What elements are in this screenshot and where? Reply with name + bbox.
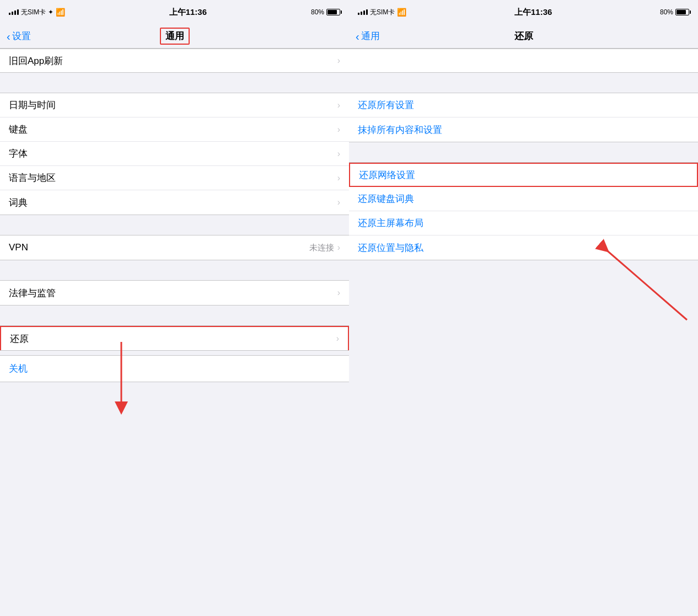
item-label: VPN: [9, 242, 28, 253]
battery-icon: [326, 9, 340, 15]
item-label: 还原键盘词典: [358, 192, 414, 205]
left-back-button[interactable]: ‹ 设置: [7, 30, 31, 42]
right-status-left: 无SIM卡 📶: [358, 8, 406, 17]
left-settings-list: 旧回App刷新 › 日期与时间 › 键盘 › 字体 ›: [0, 49, 349, 616]
settings-section-vpn: VPN 未连接 ›: [0, 235, 349, 260]
chevron-icon: ›: [337, 243, 340, 253]
item-label: 词典: [9, 196, 28, 209]
list-item-reset[interactable]: 还原 ›: [0, 326, 349, 350]
item-label: 还原位置与隐私: [358, 242, 423, 254]
reset-section-1: 还原所有设置 抹掉所有内容和设置: [349, 93, 698, 142]
right-back-button[interactable]: ‹ 通用: [356, 30, 380, 42]
chevron-icon: ›: [337, 173, 340, 183]
left-status-right: 80%: [311, 8, 340, 16]
item-right: ›: [337, 288, 340, 298]
list-item-keyboard[interactable]: 键盘 ›: [0, 117, 349, 142]
list-item-vpn[interactable]: VPN 未连接 ›: [0, 235, 349, 260]
reset-item-erase-all[interactable]: 抹掉所有内容和设置: [349, 117, 698, 142]
right-status-bar: 无SIM卡 📶 上午11:36 80%: [349, 0, 698, 24]
left-status-time: 上午11:36: [169, 7, 207, 18]
right-back-label: 通用: [361, 30, 380, 42]
item-right: 未连接 ›: [309, 243, 340, 253]
spacer-2: [0, 215, 349, 235]
item-label: 法律与监管: [9, 287, 56, 299]
top-empty-section: [349, 49, 698, 73]
battery-icon: [675, 9, 689, 15]
partial-item-label: 旧回App刷新: [9, 55, 63, 67]
reset-section-2: 还原网络设置 还原键盘词典 还原主屏幕布局 还原位置与隐私: [349, 162, 698, 260]
item-label: 还原网络设置: [359, 169, 415, 181]
item-right: ›: [336, 334, 339, 344]
reset-item-location-privacy[interactable]: 还原位置与隐私: [349, 235, 698, 260]
bottom-spacer: [0, 382, 349, 415]
settings-section-legal: 法律与监管 ›: [0, 280, 349, 306]
spacer-r1: [349, 73, 698, 93]
list-item-font[interactable]: 字体 ›: [0, 142, 349, 166]
chevron-icon: ›: [337, 197, 340, 207]
reset-item-keyboard-dict[interactable]: 还原键盘词典: [349, 187, 698, 211]
no-sim-label: 无SIM卡 ✦: [21, 8, 53, 17]
battery-pct: 80%: [311, 8, 324, 16]
list-item-dictionary[interactable]: 词典 ›: [0, 190, 349, 215]
left-phone-panel: 无SIM卡 ✦ 📶 上午11:36 80% ‹ 设置 通用 旧回App刷新 ›: [0, 0, 349, 616]
right-nav-title: 还原: [514, 30, 533, 42]
left-nav-title: 通用: [160, 28, 190, 45]
signal-icon: [358, 9, 368, 15]
list-item-date-time[interactable]: 日期与时间 ›: [0, 93, 349, 117]
list-item-language[interactable]: 语言与地区 ›: [0, 166, 349, 190]
item-label: 还原所有设置: [358, 99, 414, 111]
item-label: 键盘: [9, 123, 28, 136]
wifi-icon: 📶: [56, 8, 65, 17]
right-status-right: 80%: [660, 8, 689, 16]
chevron-icon: ›: [337, 288, 340, 298]
vpn-status: 未连接: [309, 243, 334, 253]
item-label: 日期与时间: [9, 99, 56, 111]
chevron-icon: ›: [336, 334, 339, 344]
item-right: ›: [337, 100, 340, 110]
chevron-icon: ›: [337, 125, 340, 135]
spacer-4: [0, 306, 349, 325]
right-phone-panel: 无SIM卡 📶 上午11:36 80% ‹ 通用 还原 还原所有设置: [349, 0, 698, 616]
partial-item-app-refresh[interactable]: 旧回App刷新 ›: [0, 49, 349, 73]
right-settings-list: 还原所有设置 抹掉所有内容和设置 还原网络设置 还原键盘词典 还原主屏幕布局 还…: [349, 49, 698, 616]
chevron-left-icon: ‹: [7, 31, 10, 42]
shutdown-button[interactable]: 关机: [0, 355, 349, 382]
reset-item-home-screen[interactable]: 还原主屏幕布局: [349, 211, 698, 235]
spacer-3: [0, 260, 349, 280]
list-item-legal[interactable]: 法律与监管 ›: [0, 281, 349, 305]
item-label: 字体: [9, 147, 28, 160]
item-right: ›: [337, 197, 340, 207]
item-label: 还原: [10, 333, 29, 345]
item-label: 还原主屏幕布局: [358, 217, 423, 229]
spacer-1: [0, 73, 349, 93]
reset-item-all-settings[interactable]: 还原所有设置: [349, 93, 698, 117]
right-nav-bar: ‹ 通用 还原: [349, 24, 698, 49]
chevron-left-icon: ‹: [356, 31, 359, 42]
item-right: ›: [337, 149, 340, 159]
item-right: ›: [337, 173, 340, 183]
partial-chevron-icon: ›: [337, 56, 340, 66]
chevron-icon: ›: [337, 100, 340, 110]
battery-pct: 80%: [660, 8, 673, 16]
settings-section-1: 日期与时间 › 键盘 › 字体 › 语言与地区 ›: [0, 93, 349, 215]
left-status-bar: 无SIM卡 ✦ 📶 上午11:36 80%: [0, 0, 349, 24]
right-status-time: 上午11:36: [514, 7, 552, 18]
signal-icon: [9, 9, 19, 15]
no-sim-label: 无SIM卡: [370, 8, 395, 17]
item-label: 语言与地区: [9, 172, 56, 184]
left-back-label: 设置: [12, 30, 31, 42]
item-right: ›: [337, 125, 340, 135]
chevron-icon: ›: [337, 149, 340, 159]
left-status-left: 无SIM卡 ✦ 📶: [9, 8, 65, 17]
reset-item-network[interactable]: 还原网络设置: [349, 163, 698, 187]
left-nav-bar: ‹ 设置 通用: [0, 24, 349, 49]
spacer-r2: [349, 142, 698, 162]
wifi-icon: 📶: [397, 8, 406, 17]
item-label: 抹掉所有内容和设置: [358, 124, 442, 136]
bottom-filler: [349, 260, 698, 426]
settings-section-reset: 还原 ›: [0, 325, 349, 351]
